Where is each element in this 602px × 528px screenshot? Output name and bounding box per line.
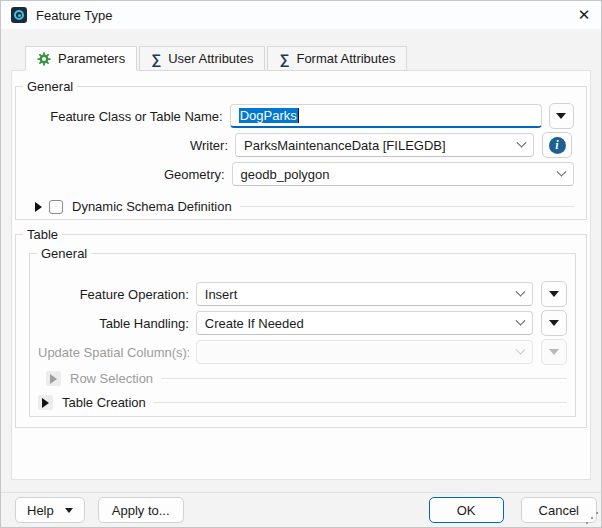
feature-operation-label: Feature Operation:	[38, 287, 189, 302]
tab-user-attributes[interactable]: ∑ User Attributes	[139, 46, 265, 71]
info-icon: i	[549, 137, 566, 154]
apply-to-label: Apply to...	[112, 503, 170, 518]
update-spatial-row: Update Spatial Column(s):	[38, 340, 567, 364]
dropdown-triangle-icon	[549, 291, 559, 297]
dropdown-triangle-icon	[549, 349, 559, 355]
update-spatial-label: Update Spatial Column(s):	[38, 345, 189, 360]
table-handling-row: Table Handling: Create If Needed	[38, 311, 567, 335]
table-creation-label: Table Creation	[62, 395, 146, 410]
row-selection-expander: Row Selection	[46, 370, 567, 387]
group-title: Table	[23, 227, 62, 242]
table-handling-combobox[interactable]: Create If Needed	[196, 311, 533, 335]
group-title: General	[37, 246, 91, 261]
geometry-row: Geometry: geodb_polygon	[28, 162, 574, 186]
expander-collapsed-icon	[50, 374, 57, 384]
tab-parameters[interactable]: Parameters	[25, 46, 137, 71]
feature-operation-value: Insert	[205, 287, 238, 302]
row-selection-label: Row Selection	[70, 371, 153, 386]
help-caret-icon	[65, 508, 73, 513]
feature-operation-row: Feature Operation: Insert	[38, 282, 567, 306]
dropdown-triangle-icon	[556, 113, 566, 119]
writer-row: Writer: ParksMaintenanceData [FILEGDB] i	[28, 133, 574, 157]
feature-operation-combobox[interactable]: Insert	[196, 282, 533, 306]
button-bar: Help Apply to... OK Cancel	[1, 492, 601, 527]
sigma-icon: ∑	[151, 52, 161, 66]
group-title: General	[23, 79, 77, 94]
table-handling-label: Table Handling:	[38, 316, 189, 331]
feature-type-dialog: Feature Type ✕ Parameters	[0, 0, 602, 528]
feature-class-value: DogParks	[239, 108, 298, 123]
feature-class-label: Feature Class or Table Name:	[28, 109, 223, 124]
text-caret	[298, 108, 299, 123]
feature-class-row: Feature Class or Table Name: DogParks	[28, 104, 574, 128]
cancel-button[interactable]: Cancel	[521, 497, 597, 523]
writer-info-button[interactable]: i	[542, 132, 572, 158]
tab-label: User Attributes	[168, 51, 253, 66]
feature-operation-dropdown-button[interactable]	[541, 281, 567, 307]
table-group: Table General Feature Operation: Insert …	[15, 234, 587, 428]
parameters-panel: General Feature Class or Table Name: Dog…	[11, 70, 591, 480]
title-bar: Feature Type ✕	[1, 1, 601, 29]
dynamic-schema-expander[interactable]: Dynamic Schema Definition	[28, 198, 574, 215]
chevron-down-icon	[516, 344, 526, 354]
geometry-combobox[interactable]: geodb_polygon	[232, 162, 574, 186]
tab-label: Parameters	[58, 51, 125, 66]
resize-grip[interactable]	[586, 522, 588, 524]
writer-label: Writer:	[28, 138, 228, 153]
ok-label: OK	[457, 503, 476, 518]
sigma-icon: ∑	[279, 52, 289, 66]
close-icon[interactable]: ✕	[567, 2, 601, 28]
expander-rule	[154, 402, 567, 403]
tab-label: Format Attributes	[296, 51, 395, 66]
writer-combobox[interactable]: ParksMaintenanceData [FILEGDB]	[235, 133, 534, 157]
feature-type-icon	[11, 7, 27, 23]
gear-icon	[37, 52, 51, 66]
tab-strip: Parameters ∑ User Attributes ∑ Format At…	[11, 46, 591, 70]
update-spatial-combobox	[196, 340, 533, 364]
expander-box	[38, 395, 53, 410]
dynamic-schema-label: Dynamic Schema Definition	[72, 199, 232, 214]
table-general-group: General Feature Operation: Insert Table …	[29, 253, 576, 417]
help-button[interactable]: Help	[15, 497, 85, 523]
ok-button[interactable]: OK	[429, 497, 504, 523]
feature-class-input[interactable]: DogParks	[230, 104, 542, 128]
writer-value: ParksMaintenanceData [FILEGDB]	[244, 138, 446, 153]
apply-to-button[interactable]: Apply to...	[98, 497, 184, 523]
dropdown-triangle-icon	[549, 320, 559, 326]
geometry-value: geodb_polygon	[241, 167, 330, 182]
window-title: Feature Type	[36, 8, 112, 23]
help-label: Help	[27, 503, 54, 518]
chevron-down-icon	[517, 137, 527, 147]
chevron-down-icon	[516, 315, 526, 325]
chevron-down-icon	[557, 166, 567, 176]
expander-rule	[161, 378, 567, 379]
cancel-label: Cancel	[539, 503, 579, 518]
expander-rule	[240, 206, 574, 207]
chevron-down-icon	[516, 286, 526, 296]
expander-box	[46, 371, 61, 386]
feature-class-dropdown-button[interactable]	[549, 103, 574, 129]
table-handling-dropdown-button[interactable]	[541, 310, 567, 336]
update-spatial-dropdown-button	[541, 339, 567, 365]
dynamic-schema-checkbox[interactable]	[49, 200, 63, 214]
tab-format-attributes[interactable]: ∑ Format Attributes	[267, 46, 407, 71]
geometry-label: Geometry:	[28, 167, 225, 182]
expander-collapsed-icon	[35, 202, 42, 212]
table-handling-value: Create If Needed	[205, 316, 304, 331]
table-creation-expander[interactable]: Table Creation	[38, 394, 567, 411]
expander-collapsed-icon	[42, 398, 49, 408]
general-group: General Feature Class or Table Name: Dog…	[15, 86, 587, 220]
